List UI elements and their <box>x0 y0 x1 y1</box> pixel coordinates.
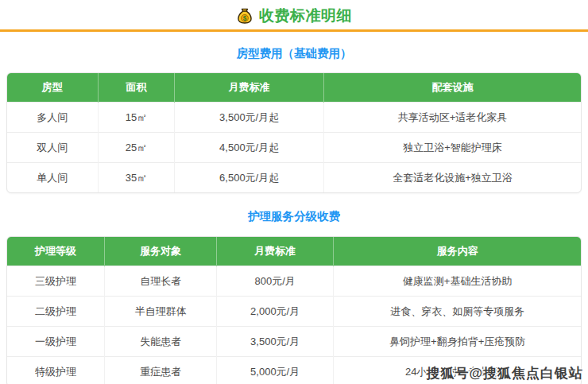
room-fee-table: 房型 面积 月费标准 配套设施 多人间 15㎡ 3,500元/月起 共享活动区+… <box>6 72 582 193</box>
table-cell: 35㎡ <box>98 163 175 193</box>
table-cell: 5,000元/月 <box>217 357 334 384</box>
table-cell: 双人间 <box>7 133 98 163</box>
table-cell: 鼻饲护理+翻身拍背+压疮预防 <box>334 327 581 357</box>
table-cell: 重症患者 <box>105 357 217 384</box>
table-cell: 800元/月 <box>217 266 334 297</box>
table-header-row: 房型 面积 月费标准 配套设施 <box>7 73 581 103</box>
page-title-text: 收费标准明细 <box>259 6 352 26</box>
table-row: 多人间 15㎡ 3,500元/月起 共享活动区+适老化家具 <box>7 103 581 133</box>
table-cell: 一级护理 <box>7 327 105 357</box>
svg-text:$: $ <box>243 15 247 22</box>
table-cell: 3,500元/月起 <box>175 103 324 133</box>
column-header-room-type: 房型 <box>7 73 98 103</box>
section-heading-nursing-fees: 护理服务分级收费 <box>0 210 588 223</box>
money-bag-icon: $ <box>236 7 253 25</box>
table-cell: 健康监测+基础生活协助 <box>334 266 581 297</box>
fee-schedule-page: $ 收费标准明细 房型费用（基础费用） 房型 面积 月费标准 配套设施 多人间 <box>0 0 588 384</box>
table-cell: 二级护理 <box>7 297 105 327</box>
table-row: 一级护理 失能患者 3,500元/月 鼻饲护理+翻身拍背+压疮预防 <box>7 327 581 357</box>
table-cell: 失能患者 <box>105 327 217 357</box>
nursing-fee-table: 护理等级 服务对象 月费标准 服务内容 三级护理 自理长者 800元/月 健康监… <box>6 236 582 384</box>
table-cell: 单人间 <box>7 163 98 193</box>
table-cell: 三级护理 <box>7 266 105 297</box>
table-cell: 进食、穿衣、如厕等专项服务 <box>334 297 581 327</box>
table-cell: 2,000元/月 <box>217 297 334 327</box>
table-header-row: 护理等级 服务对象 月费标准 服务内容 <box>7 237 581 266</box>
table-cell: 全套适老化设施+独立卫浴 <box>324 163 581 193</box>
table-row: 单人间 35㎡ 6,500元/月起 全套适老化设施+独立卫浴 <box>7 163 581 193</box>
table-cell: 多人间 <box>7 103 98 133</box>
table-row: 双人间 25㎡ 4,500元/月起 独立卫浴+智能护理床 <box>7 133 581 163</box>
watermark: 搜狐号@搜狐焦点白银站 <box>426 364 583 382</box>
section-heading-room-fees: 房型费用（基础费用） <box>0 47 588 60</box>
column-header-monthly-fee: 月费标准 <box>175 73 324 103</box>
table-cell: 独立卫浴+智能护理床 <box>324 133 581 163</box>
table-cell: 15㎡ <box>98 103 175 133</box>
column-header-service-content: 服务内容 <box>334 237 581 266</box>
page-title: $ 收费标准明细 <box>0 0 588 26</box>
orange-divider <box>0 29 588 32</box>
table-cell: 特级护理 <box>7 357 105 384</box>
table-cell: 3,500元/月 <box>217 327 334 357</box>
table-cell: 自理长者 <box>105 266 217 297</box>
table-cell: 25㎡ <box>98 133 175 163</box>
column-header-facilities: 配套设施 <box>324 73 581 103</box>
column-header-monthly-fee: 月费标准 <box>217 237 334 266</box>
table-cell: 6,500元/月起 <box>175 163 324 193</box>
table-row: 三级护理 自理长者 800元/月 健康监测+基础生活协助 <box>7 266 581 297</box>
column-header-service-target: 服务对象 <box>105 237 217 266</box>
column-header-area: 面积 <box>98 73 175 103</box>
table-row: 二级护理 半自理群体 2,000元/月 进食、穿衣、如厕等专项服务 <box>7 297 581 327</box>
table-cell: 4,500元/月起 <box>175 133 324 163</box>
table-cell: 共享活动区+适老化家具 <box>324 103 581 133</box>
table-cell: 半自理群体 <box>105 297 217 327</box>
column-header-care-level: 护理等级 <box>7 237 105 266</box>
